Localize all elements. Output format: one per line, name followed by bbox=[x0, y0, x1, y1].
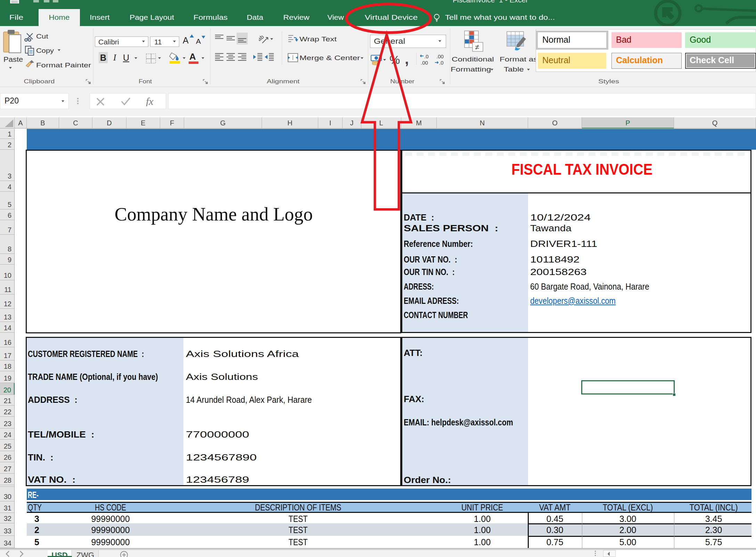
svg-text:.00: .00 bbox=[436, 54, 444, 59]
svg-text:.00: .00 bbox=[421, 60, 428, 66]
svg-text:.0: .0 bbox=[439, 60, 444, 66]
svg-text:fx: fx bbox=[146, 97, 154, 106]
svg-text:≠: ≠ bbox=[475, 43, 479, 51]
svg-text:.0: .0 bbox=[424, 54, 429, 59]
